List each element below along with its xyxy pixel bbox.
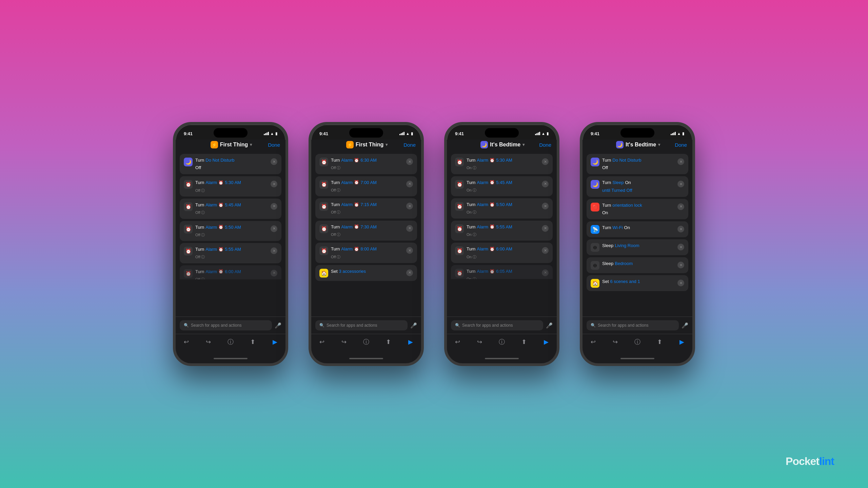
action-row-3[interactable]: ⏰ Turn Alarm ⏰ 7:30 AM Off ⓘ ✕ bbox=[315, 221, 417, 241]
mic-icon[interactable]: 🎤 bbox=[410, 322, 417, 329]
alarm-clock-emoji: ⏰ bbox=[490, 158, 495, 163]
action-remove-button[interactable]: ✕ bbox=[406, 158, 413, 165]
action-value-alarm: Alarm bbox=[477, 246, 488, 252]
search-bar[interactable]: 🔍 Search for apps and actions 🎤 bbox=[311, 317, 421, 334]
action-remove-button[interactable]: ✕ bbox=[271, 181, 277, 187]
search-bar[interactable]: 🔍 Search for apps and actions 🎤 bbox=[176, 317, 285, 334]
search-inner[interactable]: 🔍 Search for apps and actions bbox=[315, 320, 408, 330]
action-detail: On ⓘ bbox=[467, 165, 539, 170]
action-row-1[interactable]: ⏰ Turn Alarm ⏰ 5:45 AM On ⓘ ✕ bbox=[451, 176, 553, 197]
action-remove-button[interactable]: ✕ bbox=[542, 203, 549, 209]
nav-done-button[interactable]: Done bbox=[675, 142, 687, 148]
nav-done-button[interactable]: Done bbox=[403, 142, 416, 148]
play-button[interactable]: ▶ bbox=[541, 337, 551, 347]
search-inner[interactable]: 🔍 Search for apps and actions bbox=[451, 320, 543, 330]
action-row-4[interactable]: ⏰ Turn Alarm ⏰ 8:00 AM Off ⓘ ✕ bbox=[315, 243, 417, 263]
nav-chevron: ▾ bbox=[386, 142, 388, 147]
action-remove-button[interactable]: ✕ bbox=[271, 225, 277, 232]
play-button[interactable]: ▶ bbox=[677, 337, 687, 347]
info-button[interactable]: ⓘ bbox=[225, 337, 236, 347]
action-row-1[interactable]: ⏰ Turn Alarm ⏰ 7:00 AM Off ⓘ ✕ bbox=[315, 176, 417, 197]
search-bar[interactable]: 🔍 Search for apps and actions 🎤 bbox=[583, 317, 692, 334]
action-icon: ⏰ bbox=[184, 269, 193, 278]
action-row-6[interactable]: 🏠 Set 6 scenes and 1 ✕ bbox=[587, 275, 688, 291]
action-row-5[interactable]: ⏰ Turn Alarm ⏰ 6:05 AM On ⓘ ✕ bbox=[451, 265, 553, 285]
action-remove-button[interactable]: ✕ bbox=[677, 181, 684, 187]
action-row-5[interactable]: ⏰ Turn Alarm ⏰ 6:00 AM Off ⓘ ✕ bbox=[180, 265, 281, 286]
share-button[interactable]: ⬆ bbox=[248, 337, 258, 347]
action-row-2[interactable]: ⏰ Turn Alarm ⏰ 5:50 AM On ⓘ ✕ bbox=[451, 198, 553, 219]
nav-done-button[interactable]: Done bbox=[539, 142, 551, 148]
undo-button[interactable]: ↩ bbox=[317, 337, 327, 347]
mic-icon[interactable]: 🎤 bbox=[682, 322, 688, 329]
action-row-3[interactable]: 📡 Turn Wi-Fi On ✕ bbox=[587, 221, 688, 237]
action-row-0[interactable]: 🌙 Turn Do Not Disturb Off ✕ bbox=[180, 154, 281, 174]
action-row-2[interactable]: ⏰ Turn Alarm ⏰ 7:15 AM Off ⓘ ✕ bbox=[315, 198, 417, 219]
info-button[interactable]: ⓘ bbox=[632, 337, 643, 347]
play-button[interactable]: ▶ bbox=[406, 337, 416, 347]
action-row-3[interactable]: ⏰ Turn Alarm ⏰ 5:50 AM Off ⓘ ✕ bbox=[180, 221, 281, 241]
info-button[interactable]: ⓘ bbox=[497, 337, 507, 347]
action-label: Sleep bbox=[602, 261, 613, 267]
action-row-4[interactable]: ⏰ Turn Alarm ⏰ 6:00 AM On ⓘ ✕ bbox=[451, 243, 553, 263]
redo-button[interactable]: ↪ bbox=[475, 337, 485, 347]
action-row-5[interactable]: ⊖ Sleep Bedroom ✕ bbox=[587, 257, 688, 273]
action-remove-button[interactable]: ✕ bbox=[406, 247, 413, 254]
action-remove-button[interactable]: ✕ bbox=[271, 158, 277, 165]
action-remove-button[interactable]: ✕ bbox=[677, 203, 684, 210]
action-content: Turn Alarm ⏰ 5:50 AM On ⓘ bbox=[467, 202, 539, 215]
action-remove-button[interactable]: ✕ bbox=[406, 225, 413, 232]
info-button[interactable]: ⓘ bbox=[361, 337, 371, 347]
action-row-0[interactable]: 🌙 Turn Do Not Disturb Off ✕ bbox=[587, 154, 688, 174]
action-remove-button[interactable]: ✕ bbox=[542, 158, 549, 165]
search-inner[interactable]: 🔍 Search for apps and actions bbox=[180, 320, 272, 330]
search-inner[interactable]: 🔍 Search for apps and actions bbox=[587, 320, 679, 330]
share-button[interactable]: ⬆ bbox=[655, 337, 665, 347]
action-detail: Off ⓘ bbox=[195, 210, 268, 215]
action-remove-button[interactable]: ✕ bbox=[542, 247, 549, 254]
mic-icon[interactable]: 🎤 bbox=[546, 322, 553, 329]
action-row-1[interactable]: 🌙 Turn Sleep On until Turned Off ✕ bbox=[587, 176, 688, 197]
detail-chevron: ⓘ bbox=[473, 165, 476, 170]
share-button[interactable]: ⬆ bbox=[383, 337, 394, 347]
undo-button[interactable]: ↩ bbox=[452, 337, 462, 347]
mic-icon[interactable]: 🎤 bbox=[275, 322, 281, 329]
action-row-4[interactable]: ⊖ Sleep Living Room ✕ bbox=[587, 239, 688, 255]
action-row-0[interactable]: ⏰ Turn Alarm ⏰ 5:30 AM On ⓘ ✕ bbox=[451, 154, 553, 174]
action-row-2[interactable]: ⏰ Turn Alarm ⏰ 5:45 AM Off ⓘ ✕ bbox=[180, 199, 281, 219]
action-remove-button[interactable]: ✕ bbox=[542, 181, 549, 187]
action-value2: Off bbox=[602, 165, 608, 170]
nav-done-button[interactable]: Done bbox=[268, 142, 280, 148]
action-remove-button[interactable]: ✕ bbox=[406, 203, 413, 209]
action-value-alarm: Alarm bbox=[341, 202, 353, 208]
action-remove-button[interactable]: ✕ bbox=[271, 247, 277, 254]
action-value2: On bbox=[624, 225, 630, 231]
action-remove-button[interactable]: ✕ bbox=[271, 270, 277, 277]
action-row-1[interactable]: ⏰ Turn Alarm ⏰ 5:30 AM Off ⓘ ✕ bbox=[180, 176, 281, 197]
undo-button[interactable]: ↩ bbox=[588, 337, 598, 347]
redo-button[interactable]: ↪ bbox=[339, 337, 349, 347]
action-icon: 🌙 bbox=[184, 158, 193, 166]
action-row-3[interactable]: ⏰ Turn Alarm ⏰ 5:55 AM On ⓘ ✕ bbox=[451, 221, 553, 241]
action-remove-button[interactable]: ✕ bbox=[677, 226, 684, 232]
action-row-0[interactable]: ⏰ Turn Alarm ⏰ 6:30 AM Off ⓘ ✕ bbox=[315, 154, 417, 174]
action-remove-button[interactable]: ✕ bbox=[677, 244, 684, 250]
share-button[interactable]: ⬆ bbox=[519, 337, 529, 347]
undo-button[interactable]: ↩ bbox=[181, 337, 191, 347]
action-remove-button[interactable]: ✕ bbox=[677, 280, 684, 286]
action-icon: 🏠 bbox=[319, 269, 328, 278]
action-remove-button[interactable]: ✕ bbox=[677, 262, 684, 268]
action-remove-button[interactable]: ✕ bbox=[542, 225, 549, 232]
action-remove-button[interactable]: ✕ bbox=[542, 269, 549, 276]
action-remove-button[interactable]: ✕ bbox=[677, 158, 684, 165]
action-row-5[interactable]: 🏠 Set 3 accessories ✕ bbox=[315, 265, 417, 281]
action-row-4[interactable]: ⏰ Turn Alarm ⏰ 5:55 AM Off ⓘ ✕ bbox=[180, 243, 281, 263]
action-remove-button[interactable]: ✕ bbox=[271, 203, 277, 210]
redo-button[interactable]: ↪ bbox=[203, 337, 214, 347]
action-row-2[interactable]: 🔴 Turn orientation lock On ✕ bbox=[587, 199, 688, 219]
play-button[interactable]: ▶ bbox=[270, 337, 280, 347]
search-bar[interactable]: 🔍 Search for apps and actions 🎤 bbox=[447, 317, 557, 334]
action-remove-button[interactable]: ✕ bbox=[406, 269, 413, 276]
action-remove-button[interactable]: ✕ bbox=[406, 181, 413, 187]
redo-button[interactable]: ↪ bbox=[610, 337, 620, 347]
